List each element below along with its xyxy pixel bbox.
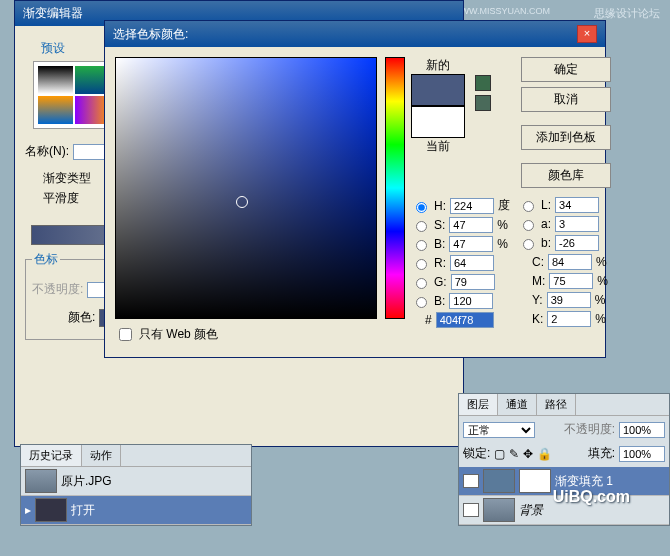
- watermark-url: WWW.MISSYUAN.COM: [452, 6, 550, 16]
- radio-g[interactable]: [416, 278, 427, 289]
- eye-icon[interactable]: [463, 503, 479, 517]
- color-picker-titlebar[interactable]: 选择色标颜色: ×: [105, 21, 605, 47]
- lab-b-input[interactable]: [555, 235, 599, 251]
- color-label: 颜色:: [68, 309, 95, 326]
- r-input[interactable]: [450, 255, 494, 271]
- tab-actions[interactable]: 动作: [82, 445, 121, 466]
- k-input[interactable]: [547, 311, 591, 327]
- bl-input[interactable]: [449, 293, 493, 309]
- fill-input[interactable]: [619, 446, 665, 462]
- warning-icon[interactable]: [475, 75, 491, 91]
- y-input[interactable]: [547, 292, 591, 308]
- layer-opacity-label: 不透明度:: [564, 421, 615, 438]
- pointer-icon: ▸: [25, 503, 31, 517]
- g-input[interactable]: [451, 274, 495, 290]
- hue-slider[interactable]: [385, 57, 405, 319]
- color-picker-window: 选择色标颜色: × 只有 Web 颜色 新的 当前: [104, 20, 606, 358]
- layer-thumb: [483, 469, 515, 493]
- preset-swatch[interactable]: [38, 66, 73, 94]
- tab-paths[interactable]: 路径: [537, 394, 576, 415]
- ok-button[interactable]: 确定: [521, 57, 611, 82]
- layer-mask-thumb: [519, 469, 551, 493]
- layer-name: 渐变填充 1: [555, 473, 613, 490]
- layer-opacity-input[interactable]: [619, 422, 665, 438]
- radio-lab-b[interactable]: [523, 239, 534, 250]
- gradient-editor-title: 渐变编辑器: [23, 5, 83, 22]
- new-label: 新的: [411, 57, 465, 74]
- web-only-checkbox[interactable]: [119, 328, 132, 341]
- radio-r[interactable]: [416, 259, 427, 270]
- layer-name: 背景: [519, 502, 543, 519]
- lock-all-icon[interactable]: 🔒: [537, 447, 552, 461]
- radio-l[interactable]: [523, 201, 534, 212]
- blend-mode-select[interactable]: 正常: [463, 422, 535, 438]
- hex-prefix: #: [425, 313, 432, 327]
- radio-bl[interactable]: [416, 297, 427, 308]
- history-label: 打开: [71, 502, 95, 519]
- history-item[interactable]: ▸ 打开: [21, 496, 251, 525]
- lock-move-icon[interactable]: ✥: [523, 447, 533, 461]
- b-input[interactable]: [449, 236, 493, 252]
- a-input[interactable]: [555, 216, 599, 232]
- preset-swatch[interactable]: [38, 96, 73, 124]
- lock-label: 锁定:: [463, 445, 490, 462]
- bottom-watermark: UiBQ.com: [553, 488, 630, 506]
- smooth-label: 平滑度: [43, 190, 79, 207]
- c-input[interactable]: [548, 254, 592, 270]
- cancel-button[interactable]: 取消: [521, 87, 611, 112]
- stops-legend: 色标: [32, 251, 60, 268]
- layers-panel: 图层 通道 路径 正常 不透明度: 锁定: ▢ ✎ ✥ 🔒 填充: 渐变填充 1…: [458, 393, 670, 526]
- name-label: 名称(N):: [25, 143, 69, 160]
- tab-channels[interactable]: 通道: [498, 394, 537, 415]
- radio-a[interactable]: [523, 220, 534, 231]
- color-field[interactable]: [115, 57, 377, 319]
- m-input[interactable]: [549, 273, 593, 289]
- hex-input[interactable]: [436, 312, 494, 328]
- close-icon[interactable]: ×: [577, 25, 597, 43]
- watermark-text: 思缘设计论坛: [594, 6, 660, 21]
- history-thumb: [25, 469, 57, 493]
- layer-thumb: [483, 498, 515, 522]
- radio-h[interactable]: [416, 202, 427, 213]
- add-swatch-button[interactable]: 添加到色板: [521, 125, 611, 150]
- s-input[interactable]: [449, 217, 493, 233]
- lock-brush-icon[interactable]: ✎: [509, 447, 519, 461]
- current-label: 当前: [411, 138, 465, 155]
- color-picker-title: 选择色标颜色:: [113, 26, 188, 43]
- history-item[interactable]: 原片.JPG: [21, 467, 251, 496]
- history-label: 原片.JPG: [61, 473, 112, 490]
- radio-s[interactable]: [416, 221, 427, 232]
- tab-history[interactable]: 历史记录: [21, 445, 82, 466]
- history-panel: 历史记录 动作 原片.JPG ▸ 打开: [20, 444, 252, 526]
- tab-layers[interactable]: 图层: [459, 394, 498, 415]
- color-picker-cursor: [236, 196, 248, 208]
- lock-transparent-icon[interactable]: ▢: [494, 447, 505, 461]
- color-lib-button[interactable]: 颜色库: [521, 163, 611, 188]
- new-color-swatch: [411, 74, 465, 106]
- opacity-label: 不透明度:: [32, 281, 83, 298]
- gradient-type-label: 渐变类型: [43, 171, 91, 185]
- h-input[interactable]: [450, 198, 494, 214]
- web-only-label: 只有 Web 颜色: [139, 326, 218, 343]
- eye-icon[interactable]: [463, 474, 479, 488]
- current-color-swatch: [411, 106, 465, 138]
- history-thumb: [35, 498, 67, 522]
- radio-b[interactable]: [416, 240, 427, 251]
- fill-label: 填充:: [588, 445, 615, 462]
- l-input[interactable]: [555, 197, 599, 213]
- cube-icon[interactable]: [475, 95, 491, 111]
